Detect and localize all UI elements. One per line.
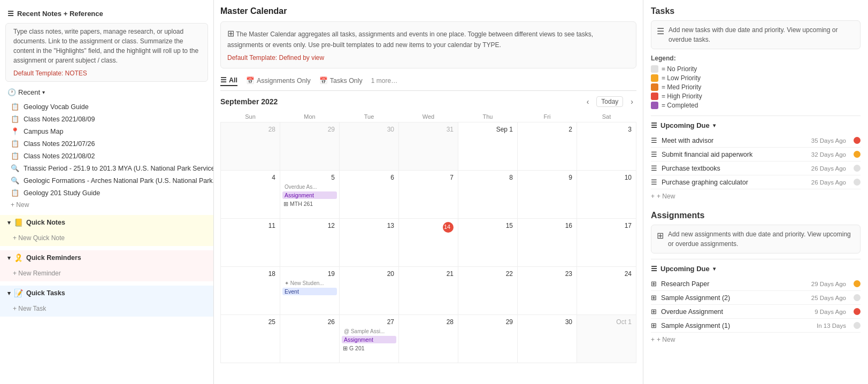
calendar-cell[interactable]: 9 — [518, 171, 577, 219]
calendar-cell[interactable]: 26 — [280, 315, 340, 363]
calendar-cell[interactable]: 22 — [458, 267, 518, 315]
tasks-description: ☰ Add new tasks with due date and priori… — [651, 20, 861, 49]
calendar-cell[interactable]: 21 — [399, 267, 458, 315]
priority-indicator — [854, 322, 861, 329]
calendar-event[interactable]: @ Sample Assi... — [342, 328, 396, 335]
calendar-cell[interactable]: 4 — [221, 171, 280, 219]
day-number: 31 — [401, 125, 456, 135]
assignment-row[interactable]: ⊞ Overdue Assignment 9 Days Ago — [651, 305, 861, 319]
calendar-cell[interactable]: 7 — [399, 171, 458, 219]
tab-assignments-only[interactable]: 📅 Assignments Only — [246, 75, 311, 86]
quick-reminders-header[interactable]: ▾ 🎗️ Quick Reminders — [0, 250, 213, 265]
new-reminder-button[interactable]: + New Reminder — [0, 267, 213, 279]
calendar-cell[interactable]: 11 — [221, 219, 280, 267]
calendar-cell[interactable]: 23+ — [518, 267, 577, 315]
nav-item[interactable]: 📋Class Notes 2021/08/02 — [0, 150, 213, 162]
calendar-cell[interactable]: 30 — [340, 122, 399, 171]
calendar-event[interactable]: Assignment — [342, 336, 396, 343]
calendar-event[interactable]: Overdue As... — [282, 183, 337, 190]
calendar-cell[interactable]: 8 — [458, 171, 518, 219]
day-number: 15 — [460, 221, 515, 232]
day-number: 21 — [401, 269, 456, 280]
tasks-upcoming-chevron: ▾ — [713, 122, 716, 128]
calendar-event[interactable]: ✦ New Studen... — [282, 280, 337, 287]
task-row[interactable]: ☰ Submit financial aid paperwork 32 Days… — [651, 148, 861, 162]
new-task-button[interactable]: + New Task — [0, 303, 213, 314]
today-button[interactable]: Today — [596, 96, 623, 107]
calendar-cell[interactable]: 15 — [458, 219, 518, 267]
calendar-cell[interactable]: 13 — [340, 219, 399, 267]
calendar-event[interactable]: Event — [282, 288, 337, 295]
nav-item[interactable]: 🔍Triassic Period - 251.9 to 201.3 MYA (U… — [0, 162, 213, 174]
nav-item[interactable]: 📋Class Notes 2021/08/09 — [0, 113, 213, 125]
calendar-event[interactable]: ⊞MTH 261 — [282, 200, 337, 208]
assignment-row[interactable]: ⊞ Sample Assignment (2) 25 Days Ago — [651, 291, 861, 305]
nav-item[interactable]: 📋Geology Vocab Guide — [0, 101, 213, 113]
calendar-template-link[interactable]: Default Template: Defined by view — [227, 53, 629, 63]
nav-item[interactable]: 📋Class Notes 2021/07/26 — [0, 137, 213, 150]
nav-item-label: Class Notes 2021/08/02 — [24, 152, 95, 160]
calendar-cell[interactable]: 31 — [399, 122, 458, 171]
priority-indicator — [854, 151, 861, 158]
calendar-cell[interactable]: 14 — [399, 219, 458, 267]
calendar-cell[interactable]: 16 — [518, 219, 577, 267]
nav-item[interactable]: 📋Geology 201 Study Guide — [0, 187, 213, 199]
nav-item[interactable]: 🔍Geologic Formations - Arches National P… — [0, 174, 213, 187]
task-due: 32 Days Ago — [811, 151, 846, 158]
calendar-cell[interactable]: 30 — [518, 315, 577, 363]
legend-color — [651, 74, 658, 82]
prev-month-button[interactable]: ‹ — [583, 96, 593, 107]
day-number: 20 — [342, 269, 396, 280]
calendar-cell[interactable]: 29 — [280, 122, 340, 171]
assignments-title: Assignments — [651, 211, 861, 220]
calendar-cell[interactable]: 20 — [340, 267, 399, 315]
calendar-cell[interactable]: 27@ Sample Assi...Assignment⊞G 201 — [340, 315, 399, 363]
new-task-button[interactable]: + + New — [651, 189, 861, 203]
quick-reminders-emoji: 🎗️ — [14, 254, 23, 262]
calendar-cell[interactable]: 10 — [577, 171, 636, 219]
assignments-upcoming-header[interactable]: ☰ Upcoming Due ▾ — [651, 265, 861, 273]
new-quick-note-button[interactable]: + New Quick Note — [0, 232, 213, 244]
new-note-button[interactable]: + New — [0, 199, 213, 211]
calendar-cell[interactable]: 24 — [577, 267, 636, 315]
task-row[interactable]: ☰ Meet with advisor 35 Days Ago — [651, 134, 861, 148]
quick-notes-header[interactable]: ▾ 📒 Quick Notes — [0, 215, 213, 230]
quick-tasks-header[interactable]: ▾ 📝 Quick Tasks — [0, 286, 213, 301]
assignment-row[interactable]: ⊞ Sample Assignment (1) In 13 Days — [651, 319, 861, 333]
task-row[interactable]: ☰ Purchase graphing calculator 26 Days A… — [651, 175, 861, 189]
calendar-cell[interactable]: 12 — [280, 219, 340, 267]
tab-all[interactable]: ☰ All — [220, 75, 237, 86]
plus-icon: + — [651, 336, 655, 343]
calendar-cell[interactable]: 2 — [518, 122, 577, 171]
calendar-cell[interactable]: 29 — [458, 315, 518, 363]
tab-tasks-only[interactable]: 📅 Tasks Only — [319, 75, 363, 86]
divider-1 — [651, 116, 861, 116]
calendar-cell[interactable]: 18 — [221, 267, 280, 315]
tab-more[interactable]: 1 more… — [371, 77, 397, 85]
task-row[interactable]: ☰ Purchase textbooks 26 Days Ago — [651, 162, 861, 175]
quick-tasks-emoji: 📝 — [14, 289, 23, 297]
calendar-cell[interactable]: 28 — [221, 122, 280, 171]
assignment-name: Sample Assignment (2) — [661, 294, 807, 302]
calendar-cell[interactable]: 25 — [221, 315, 280, 363]
day-number: 19 — [282, 269, 337, 280]
calendar-cell[interactable]: 3 — [577, 122, 636, 171]
calendar-event[interactable]: Assignment — [282, 191, 337, 199]
calendar-cell[interactable]: Sep 1 — [458, 122, 518, 171]
notes-template-link[interactable]: Default Template: NOTES — [13, 68, 200, 78]
tasks-upcoming-header[interactable]: ☰ Upcoming Due ▾ — [651, 121, 861, 129]
calendar-event[interactable]: ⊞G 201 — [342, 344, 396, 352]
calendar-cell[interactable]: 19✦ New Studen...Event — [280, 267, 340, 315]
day-number: Sep 1 — [460, 125, 515, 135]
calendar-cell[interactable]: 5Overdue As...Assignment⊞MTH 261 — [280, 171, 340, 219]
calendar-cell[interactable]: 17 — [577, 219, 636, 267]
recent-header[interactable]: 🕐 Recent ▾ — [0, 84, 213, 101]
calendar-cell[interactable]: 6 — [340, 171, 399, 219]
next-month-button[interactable]: › — [627, 96, 636, 107]
calendar-cell[interactable]: Oct 1 — [577, 315, 636, 363]
day-number: 22 — [460, 269, 515, 280]
calendar-cell[interactable]: 28 — [399, 315, 458, 363]
assignment-row[interactable]: ⊞ Research Paper 29 Days Ago — [651, 277, 861, 291]
new-assignment-button[interactable]: + + New — [651, 333, 861, 347]
nav-item[interactable]: 📍Campus Map — [0, 125, 213, 137]
